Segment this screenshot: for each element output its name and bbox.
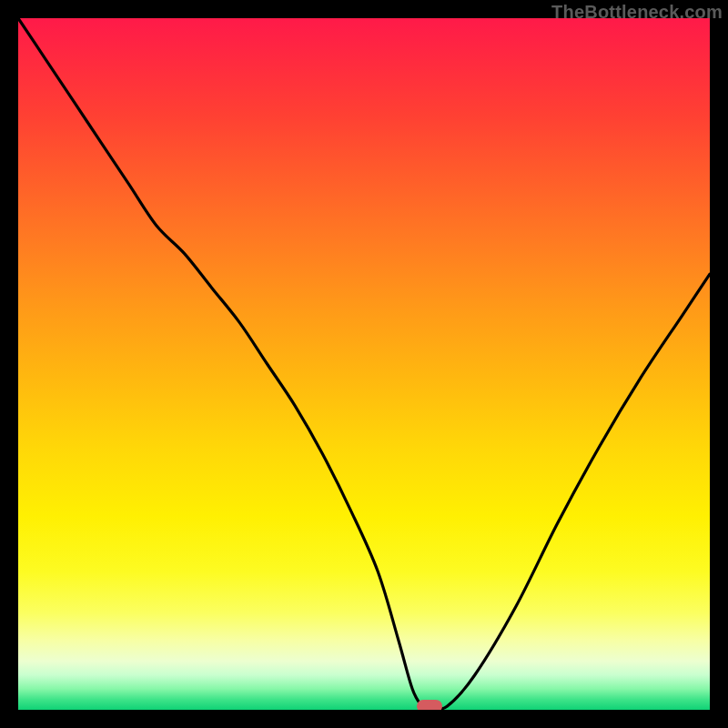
watermark-text: TheBottleneck.com (551, 2, 723, 23)
optimal-point-marker (417, 700, 442, 710)
plot-area (18, 18, 710, 710)
bottleneck-curve (18, 18, 710, 710)
chart-frame: TheBottleneck.com (0, 0, 728, 728)
